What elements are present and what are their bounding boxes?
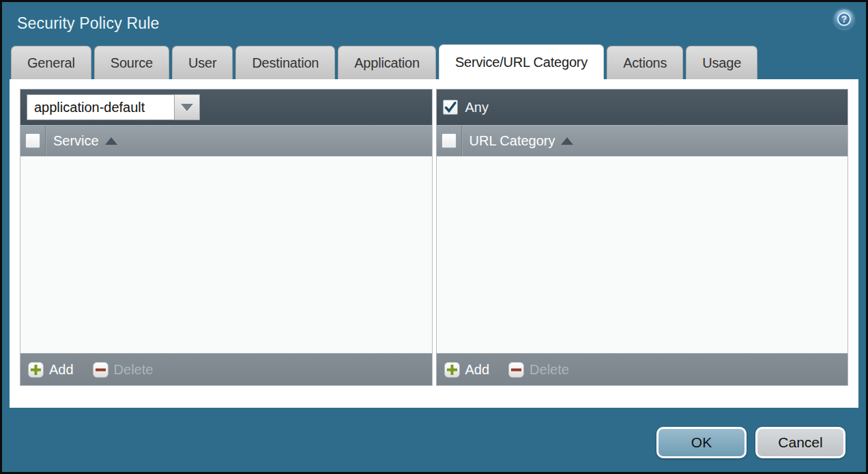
url-category-select-all-checkbox[interactable] [442, 133, 457, 148]
url-category-table-header: URL Category [437, 125, 848, 156]
service-select-all-checkbox[interactable] [25, 133, 40, 148]
url-category-add-button[interactable]: Add [444, 362, 490, 378]
service-toolbar: application-default [20, 89, 432, 125]
tab-usage[interactable]: Usage [686, 46, 757, 79]
tab-general[interactable]: General [11, 46, 91, 79]
tab-strip: General Source User Destination Applicat… [2, 44, 866, 79]
service-type-dropdown-value[interactable]: application-default [27, 94, 174, 120]
tab-content-service-url-category: application-default Service [10, 79, 858, 408]
plus-icon [444, 362, 460, 378]
url-category-table-body[interactable] [437, 156, 848, 353]
tab-source[interactable]: Source [94, 46, 169, 79]
service-footer: Add Delete [20, 353, 432, 385]
help-icon[interactable]: ? [835, 10, 854, 29]
tab-actions[interactable]: Actions [607, 46, 683, 79]
service-header-checkbox-cell [20, 126, 46, 156]
url-category-header-checkbox-cell [437, 126, 462, 156]
tab-application[interactable]: Application [338, 46, 436, 79]
tab-service-url-category[interactable]: Service/URL Category [439, 44, 604, 79]
checkmark-icon [444, 100, 457, 114]
tab-user[interactable]: User [172, 46, 233, 79]
url-category-panel: Any URL Category Add [436, 89, 849, 386]
url-category-toolbar: Any [437, 89, 848, 125]
minus-icon [508, 362, 524, 378]
service-panel: application-default Service [20, 89, 433, 386]
title-bar: Security Policy Rule ? [2, 2, 866, 44]
any-checkbox-label: Any [465, 100, 489, 115]
sort-ascending-icon[interactable] [105, 137, 117, 145]
service-add-label: Add [49, 362, 74, 378]
service-column-label: Service [53, 133, 99, 149]
minus-icon [93, 362, 108, 378]
url-category-delete-label: Delete [530, 362, 569, 378]
any-checkbox[interactable] [443, 100, 458, 115]
url-category-add-label: Add [465, 362, 490, 378]
dialog-title: Security Policy Rule [17, 14, 160, 33]
dialog-action-bar: OK Cancel [656, 427, 845, 458]
question-mark-glyph: ? [837, 12, 851, 26]
chevron-down-icon [181, 104, 193, 111]
url-category-footer: Add Delete [437, 353, 848, 385]
sort-ascending-icon[interactable] [561, 137, 573, 145]
plus-icon [28, 362, 44, 378]
cancel-button[interactable]: Cancel [755, 427, 845, 458]
service-table-body[interactable] [20, 156, 432, 353]
service-delete-label: Delete [114, 362, 154, 378]
service-table-header: Service [20, 125, 432, 156]
service-type-dropdown[interactable]: application-default [27, 94, 200, 120]
url-category-column-label: URL Category [469, 133, 555, 149]
security-policy-rule-dialog: Security Policy Rule ? General Source Us… [0, 0, 868, 474]
service-add-button[interactable]: Add [28, 362, 74, 378]
service-type-dropdown-button[interactable] [174, 94, 200, 120]
url-category-delete-button[interactable]: Delete [508, 362, 569, 378]
service-delete-button[interactable]: Delete [93, 362, 154, 378]
ok-button[interactable]: OK [656, 427, 747, 458]
tab-destination[interactable]: Destination [235, 46, 335, 79]
